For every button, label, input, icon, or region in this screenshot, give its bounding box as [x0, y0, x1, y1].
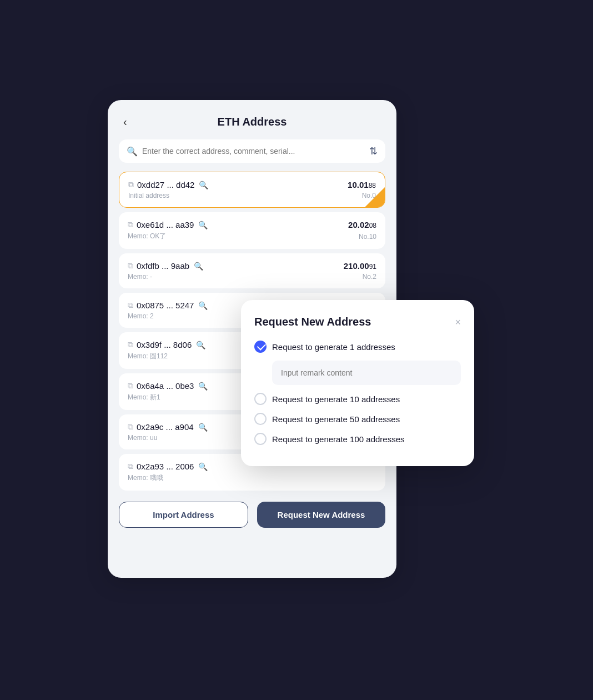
address-left: ⧉ 0xdd27 ... dd42 🔍	[128, 180, 208, 189]
address-row: ⧉ 0xfdfb ... 9aab 🔍 210.0091	[128, 261, 376, 271]
copy-icon[interactable]: ⧉	[128, 462, 133, 471]
address-left: ⧉ 0x0875 ... 5247 🔍	[128, 301, 208, 310]
memo-text: Memo: uu	[128, 434, 157, 442]
radio-label: Request to generate 100 addresses	[272, 434, 405, 444]
request-new-address-button[interactable]: Request New Address	[257, 502, 385, 528]
radio-button[interactable]	[254, 393, 267, 405]
memo-text: Memo: 新1	[128, 393, 160, 402]
radio-option[interactable]: Request to generate 50 addresses	[254, 413, 461, 425]
address-footer: Initial address No.0	[128, 192, 376, 199]
back-button[interactable]: ‹	[119, 113, 132, 131]
address-text: 0x0875 ... 5247	[137, 301, 194, 310]
memo-text: Memo: 圆112	[128, 352, 168, 361]
import-address-button[interactable]: Import Address	[119, 502, 248, 528]
copy-icon[interactable]: ⧉	[128, 381, 133, 391]
search-icon: 🔍	[127, 146, 138, 157]
radio-button[interactable]	[254, 341, 267, 353]
radio-label: Request to generate 10 addresses	[272, 394, 400, 404]
modal-options: Request to generate 1 addresses Request …	[254, 341, 461, 445]
address-text: 0x2a9c ... a904	[137, 422, 194, 432]
search-address-icon[interactable]: 🔍	[198, 221, 208, 229]
address-item[interactable]: ⧉ 0xfdfb ... 9aab 🔍 210.0091 Memo: - No.…	[119, 253, 385, 288]
copy-icon[interactable]: ⧉	[128, 340, 133, 349]
address-text: 0xfdfb ... 9aab	[137, 261, 189, 271]
address-number: No.2	[363, 273, 376, 281]
search-address-icon[interactable]: 🔍	[198, 423, 208, 432]
address-left: ⧉ 0x3d9f ... 8d06 🔍	[128, 340, 205, 349]
copy-icon[interactable]: ⧉	[128, 220, 133, 229]
address-item[interactable]: ⧉ 0xdd27 ... dd42 🔍 10.0188 Initial addr…	[119, 172, 385, 208]
modal-title: Request New Address	[254, 316, 371, 328]
address-item[interactable]: ⧉ 0xe61d ... aa39 🔍 20.0208 Memo: OK了 No…	[119, 212, 385, 249]
address-number: No.10	[359, 233, 376, 241]
search-address-icon[interactable]: 🔍	[198, 301, 208, 310]
request-address-modal: Request New Address × Request to generat…	[241, 300, 474, 466]
memo-text: Memo: -	[128, 273, 152, 281]
search-address-icon[interactable]: 🔍	[194, 262, 203, 271]
page-title: ETH Address	[218, 116, 287, 128]
amount: 20.0208	[348, 220, 376, 229]
search-address-icon[interactable]: 🔍	[196, 341, 205, 349]
copy-icon[interactable]: ⧉	[128, 180, 134, 189]
remark-input[interactable]	[272, 361, 461, 385]
address-footer: Memo: - No.2	[128, 273, 376, 281]
header: ‹ ETH Address	[119, 116, 385, 128]
address-footer: Memo: 哦哦	[128, 473, 376, 483]
memo-text: Memo: 哦哦	[128, 473, 163, 483]
address-left: ⧉ 0x6a4a ... 0be3 🔍	[128, 381, 208, 391]
address-row: ⧉ 0xe61d ... aa39 🔍 20.0208	[128, 220, 376, 229]
search-address-icon[interactable]: 🔍	[199, 181, 208, 189]
close-modal-button[interactable]: ×	[455, 317, 461, 327]
search-bar: 🔍 ⇅	[119, 139, 385, 163]
screen-container: ‹ ETH Address 🔍 ⇅ ⧉ 0xdd27 ... dd42 🔍 10…	[108, 100, 485, 600]
radio-button[interactable]	[254, 433, 267, 445]
amount: 210.0091	[344, 261, 376, 271]
address-left: ⧉ 0x2a9c ... a904 🔍	[128, 422, 208, 432]
modal-header: Request New Address ×	[254, 316, 461, 328]
copy-icon[interactable]: ⧉	[128, 261, 133, 271]
memo-text: Memo: OK了	[128, 232, 166, 241]
address-footer: Memo: OK了 No.10	[128, 232, 376, 241]
memo-text: Initial address	[128, 192, 169, 199]
footer-buttons: Import Address Request New Address	[119, 502, 385, 528]
address-left: ⧉ 0x2a93 ... 2006 🔍	[128, 462, 208, 471]
radio-option[interactable]: Request to generate 10 addresses	[254, 393, 461, 405]
active-corner-badge	[365, 187, 385, 207]
address-text: 0x2a93 ... 2006	[137, 462, 194, 471]
radio-label: Request to generate 50 addresses	[272, 414, 400, 424]
copy-icon[interactable]: ⧉	[128, 422, 133, 432]
radio-button[interactable]	[254, 413, 267, 425]
filter-icon[interactable]: ⇅	[369, 145, 378, 157]
address-left: ⧉ 0xe61d ... aa39 🔍	[128, 220, 208, 229]
address-text: 0x3d9f ... 8d06	[137, 340, 192, 349]
radio-label: Request to generate 1 addresses	[272, 342, 395, 352]
search-address-icon[interactable]: 🔍	[198, 382, 208, 391]
memo-text: Memo: 2	[128, 312, 154, 320]
radio-option[interactable]: Request to generate 100 addresses	[254, 433, 461, 445]
search-address-icon[interactable]: 🔍	[198, 462, 208, 471]
address-text: 0xdd27 ... dd42	[137, 180, 194, 189]
search-input[interactable]	[142, 147, 365, 156]
radio-option[interactable]: Request to generate 1 addresses	[254, 341, 461, 353]
address-row: ⧉ 0xdd27 ... dd42 🔍 10.0188	[128, 180, 376, 189]
address-text: 0x6a4a ... 0be3	[137, 381, 194, 391]
copy-icon[interactable]: ⧉	[128, 301, 133, 310]
address-text: 0xe61d ... aa39	[137, 220, 194, 229]
address-left: ⧉ 0xfdfb ... 9aab 🔍	[128, 261, 203, 271]
